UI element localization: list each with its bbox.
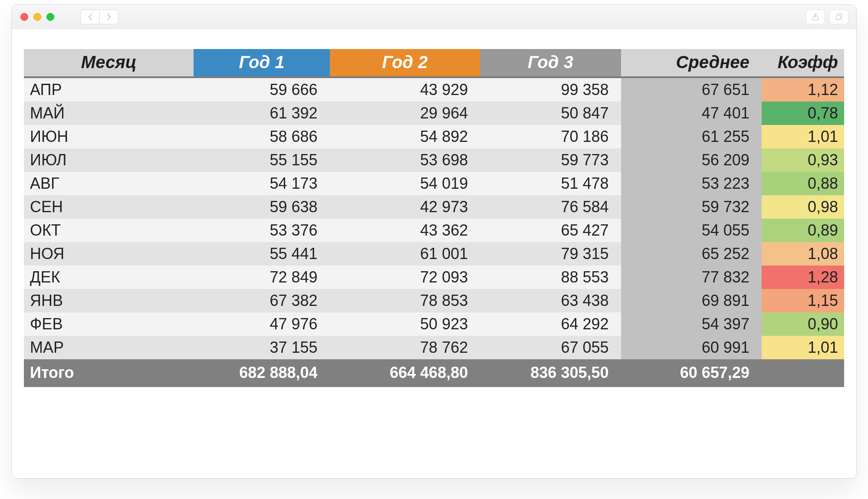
cell-year1: 37 155 [194, 336, 329, 359]
cell-coef: 0,90 [762, 312, 844, 336]
cell-year1: 58 686 [194, 125, 329, 148]
cell-year2: 72 093 [330, 266, 480, 289]
cell-average: 61 255 [621, 125, 762, 148]
share-icon [812, 13, 819, 21]
footer-year2: 664 468,80 [330, 359, 480, 387]
cell-year1: 55 441 [194, 242, 329, 266]
cell-month: ИЮН [24, 125, 194, 148]
back-button[interactable] [80, 10, 99, 24]
cell-year2: 43 362 [330, 219, 480, 242]
cell-year1: 59 666 [194, 77, 329, 102]
cell-average: 54 055 [621, 219, 762, 242]
footer-coef [762, 359, 844, 387]
header-month: Месяц [24, 49, 194, 77]
cell-year2: 78 762 [330, 336, 480, 359]
table-row: МАЙ61 39229 96450 84747 4010,78 [24, 102, 844, 125]
cell-year2: 50 923 [330, 312, 480, 336]
cell-coef: 0,98 [762, 195, 844, 219]
cell-year2: 42 973 [330, 195, 480, 219]
header-year3: Год 3 [480, 49, 621, 77]
windows-button[interactable] [829, 10, 848, 24]
cell-month: СЕН [24, 195, 194, 219]
cell-year3: 79 315 [480, 242, 621, 266]
app-window: Месяц Год 1 Год 2 Год 3 Среднее Коэфф АП… [11, 4, 857, 479]
table-row: АВГ54 17354 01951 47853 2230,88 [24, 172, 844, 195]
cell-year2: 43 929 [330, 77, 480, 102]
nav-buttons [80, 10, 118, 24]
cell-month: ФЕВ [24, 312, 194, 336]
cell-year1: 67 382 [194, 289, 329, 312]
footer-year1: 682 888,04 [194, 359, 329, 387]
toolbar-right [806, 10, 848, 24]
cell-year3: 65 427 [480, 219, 621, 242]
cell-coef: 1,01 [762, 336, 844, 359]
cell-average: 47 401 [621, 102, 762, 125]
table-row: ФЕВ47 97650 92364 29254 3970,90 [24, 312, 844, 336]
cell-month: АПР [24, 77, 194, 102]
cell-coef: 1,28 [762, 266, 844, 289]
svg-rect-1 [836, 15, 841, 20]
chevron-left-icon [88, 13, 93, 20]
cell-year3: 64 292 [480, 312, 621, 336]
cell-year1: 55 155 [194, 148, 329, 172]
share-button[interactable] [806, 10, 825, 24]
cell-year1: 54 173 [194, 172, 329, 195]
footer-label: Итого [24, 359, 194, 387]
table-row: ИЮН58 68654 89270 18661 2551,01 [24, 125, 844, 148]
content-area: Месяц Год 1 Год 2 Год 3 Среднее Коэфф АП… [12, 29, 856, 478]
cell-average: 69 891 [621, 289, 762, 312]
table-row: АПР59 66643 92999 35867 6511,12 [24, 77, 844, 102]
zoom-icon[interactable] [46, 13, 54, 21]
cell-average: 53 223 [621, 172, 762, 195]
cell-year3: 59 773 [480, 148, 621, 172]
cell-coef: 0,78 [762, 102, 844, 125]
cell-month: ДЕК [24, 266, 194, 289]
header-year1: Год 1 [194, 49, 329, 77]
cell-month: АВГ [24, 172, 194, 195]
titlebar [12, 5, 856, 29]
chevron-right-icon [106, 13, 112, 20]
header-row: Месяц Год 1 Год 2 Год 3 Среднее Коэфф [24, 49, 844, 77]
header-average: Среднее [621, 49, 762, 77]
cell-year1: 61 392 [194, 102, 329, 125]
header-year2: Год 2 [330, 49, 480, 77]
cell-year3: 70 186 [480, 125, 621, 148]
cell-year2: 54 892 [330, 125, 480, 148]
footer-year3: 836 305,50 [480, 359, 621, 387]
close-icon[interactable] [20, 13, 28, 21]
cell-year3: 50 847 [480, 102, 621, 125]
cell-average: 56 209 [621, 148, 762, 172]
table-row: ИЮЛ55 15553 69859 77356 2090,93 [24, 148, 844, 172]
cell-month: ЯНВ [24, 289, 194, 312]
cell-coef: 1,08 [762, 242, 844, 266]
cell-coef: 1,15 [762, 289, 844, 312]
cell-average: 54 397 [621, 312, 762, 336]
table-row: ДЕК72 84972 09388 55377 8321,28 [24, 266, 844, 289]
cell-year1: 72 849 [194, 266, 329, 289]
cell-year1: 53 376 [194, 219, 329, 242]
header-coef: Коэфф [762, 49, 844, 77]
cell-average: 77 832 [621, 266, 762, 289]
cell-year3: 76 584 [480, 195, 621, 219]
cell-month: ИЮЛ [24, 148, 194, 172]
cell-average: 67 651 [621, 77, 762, 102]
cell-coef: 0,89 [762, 219, 844, 242]
forward-button[interactable] [99, 10, 118, 24]
cell-year3: 88 553 [480, 266, 621, 289]
cell-year2: 78 853 [330, 289, 480, 312]
cell-year2: 61 001 [330, 242, 480, 266]
cell-year2: 53 698 [330, 148, 480, 172]
cell-coef: 1,01 [762, 125, 844, 148]
cell-average: 60 991 [621, 336, 762, 359]
cell-average: 65 252 [621, 242, 762, 266]
cell-year3: 63 438 [480, 289, 621, 312]
cell-month: МАЙ [24, 102, 194, 125]
footer-average: 60 657,29 [621, 359, 762, 387]
table-row: МАР37 15578 76267 05560 9911,01 [24, 336, 844, 359]
table-row: СЕН59 63842 97376 58459 7320,98 [24, 195, 844, 219]
cell-year3: 67 055 [480, 336, 621, 359]
cell-month: ОКТ [24, 219, 194, 242]
minimize-icon[interactable] [33, 13, 41, 21]
cell-average: 59 732 [621, 195, 762, 219]
cell-coef: 1,12 [762, 77, 844, 102]
